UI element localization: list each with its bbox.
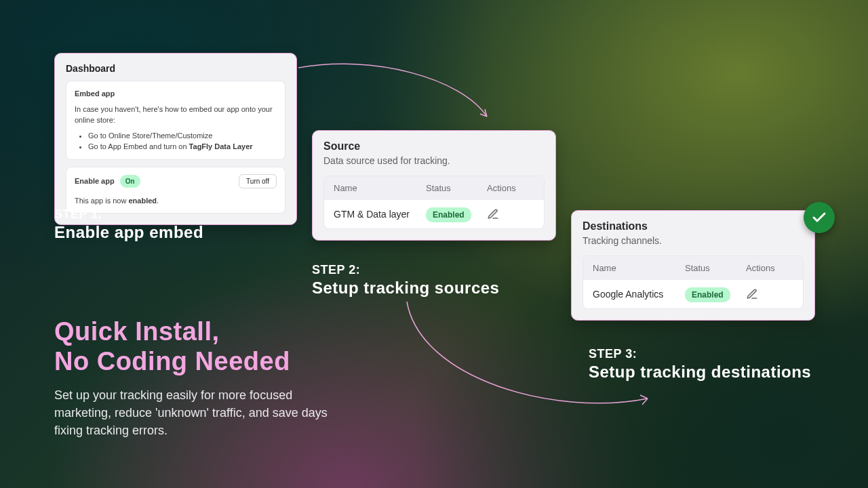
enable-note: This app is now enabled. [75, 195, 277, 207]
embed-bullet-2: Go to App Embed and turn on TagFly Data … [88, 141, 277, 152]
source-row-name: GTM & Data layer [334, 209, 426, 220]
hero-subtext: Set up your tracking easily for more foc… [54, 386, 346, 439]
hero-headline: Quick Install, No Coding Needed [54, 317, 407, 376]
col-header-status: Status [685, 263, 746, 273]
embed-panel: Embed app In case you haven't, here's ho… [66, 81, 285, 160]
enable-status-pill: On [120, 175, 140, 188]
turn-off-button[interactable]: Turn off [239, 174, 277, 188]
table-header: Name Status Actions [583, 256, 803, 280]
destinations-subtitle: Tracking channels. [583, 235, 804, 246]
source-title: Source [323, 140, 545, 152]
col-header-actions: Actions [487, 183, 534, 193]
table-row: Google Analytics Enabled [583, 280, 803, 308]
step-2-label: STEP 2: Setup tracking sources [312, 263, 499, 298]
table-header: Name Status Actions [324, 176, 544, 200]
edit-icon[interactable] [487, 208, 499, 220]
destinations-title: Destinations [583, 220, 804, 232]
col-header-status: Status [426, 183, 487, 193]
destination-row-name: Google Analytics [593, 289, 685, 300]
source-status-pill: Enabled [426, 207, 471, 222]
step-1-label: STEP 1: Enable app embed [54, 207, 203, 242]
embed-bullet-2-bold: TagFly Data Layer [189, 142, 253, 150]
destinations-table: Name Status Actions Google Analytics Ena… [583, 256, 804, 309]
col-header-name: Name [334, 183, 426, 193]
arrow-step1-to-step2 [292, 61, 502, 136]
embed-bullet-1: Go to Online Store/Theme/Customize [88, 130, 277, 142]
destination-status-pill: Enabled [685, 287, 730, 302]
embed-bullet-2-prefix: Go to App Embed and turn on [88, 142, 189, 150]
step-3-label: STEP 3: Setup tracking destinations [589, 347, 811, 382]
destinations-card: Destinations Tracking channels. Name Sta… [571, 210, 815, 321]
source-subtitle: Data source used for tracking. [323, 155, 545, 166]
table-row: GTM & Data layer Enabled [324, 200, 544, 228]
source-card: Source Data source used for tracking. Na… [312, 130, 556, 241]
dashboard-card: Dashboard Embed app In case you haven't,… [54, 53, 297, 225]
col-header-name: Name [593, 263, 685, 273]
enable-panel: Enable app On Turn off This app is now e… [66, 167, 285, 214]
edit-icon[interactable] [746, 288, 758, 300]
col-header-actions: Actions [746, 263, 793, 273]
check-icon [804, 202, 835, 233]
source-table: Name Status Actions GTM & Data layer Ena… [323, 176, 545, 229]
dashboard-title: Dashboard [66, 63, 285, 74]
embed-title: Embed app [75, 88, 277, 100]
enable-label: Enable app [75, 176, 115, 187]
embed-intro: In case you haven't, here's how to embed… [75, 104, 277, 126]
